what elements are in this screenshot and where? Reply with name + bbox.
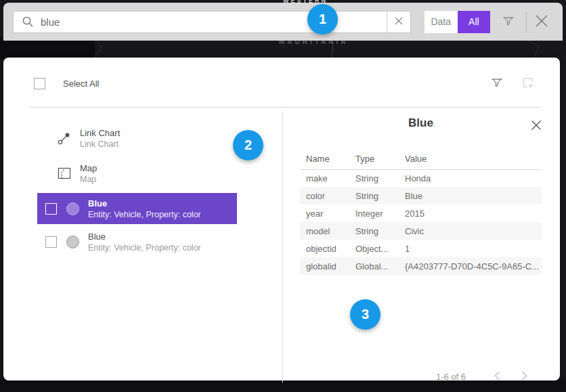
result-title: Blue	[88, 231, 201, 242]
next-page-button[interactable]	[516, 368, 532, 385]
result-item-blue-selected[interactable]: Blue Entity: Vehicle, Property: color	[37, 193, 237, 224]
search-icon	[22, 16, 34, 28]
attribute-row: year Integer 2015	[300, 204, 542, 222]
panel-body: Link Chart Link Chart Map Map	[3, 108, 560, 387]
result-subtitle: Link Chart	[80, 139, 120, 150]
column-header-value: Value	[399, 149, 542, 169]
attr-type: Global...	[349, 257, 399, 275]
attribute-table: Name Type Value make String Honda color	[300, 149, 542, 275]
filter-button[interactable]	[497, 10, 519, 33]
attribute-row: model String Civic	[300, 222, 542, 240]
attr-value: Civic	[399, 222, 542, 240]
callout-badge-2: 2	[233, 130, 263, 160]
clear-x-icon	[395, 17, 403, 27]
attribute-row: objectid Object... 1	[300, 240, 542, 257]
detail-panel: Blue Name Type	[283, 108, 560, 387]
close-x-icon	[531, 120, 542, 133]
result-item-map[interactable]: Map Map	[3, 156, 282, 191]
entity-circle-icon	[66, 202, 79, 215]
screenshot-root: WESTERN MAURITANIA Data All	[0, 0, 566, 392]
result-title: Link Chart	[80, 127, 120, 139]
attr-value: {A4203777-D70D-4C5C-9A65-C...	[399, 257, 542, 275]
attr-type: Integer	[349, 204, 399, 222]
filter-funnel-icon	[502, 14, 515, 30]
result-checkbox[interactable]	[45, 236, 57, 248]
scope-data-button[interactable]: Data	[424, 11, 458, 33]
panel-filter-button[interactable]	[485, 72, 508, 95]
callout-badge-1: 1	[307, 4, 338, 35]
attr-name: year	[300, 204, 349, 222]
attribute-row: color String Blue	[300, 187, 542, 204]
attr-type: String	[349, 187, 399, 204]
attribute-row: make String Honda	[300, 169, 542, 187]
close-search-button[interactable]	[531, 10, 553, 33]
close-x-icon	[535, 14, 548, 30]
select-all-label: Select All	[63, 79, 99, 89]
detail-title: Blue	[300, 116, 542, 130]
close-detail-button[interactable]	[528, 118, 544, 134]
attr-value: 2015	[399, 204, 542, 222]
map-icon	[56, 165, 74, 181]
attr-name: globalid	[300, 257, 349, 275]
column-header-type: Type	[349, 149, 399, 169]
select-all-checkbox[interactable]	[34, 78, 45, 89]
pagination: 1-6 of 6	[300, 368, 542, 385]
attribute-row: globalid Global... {A4203777-D70D-4C5C-9…	[300, 257, 542, 275]
result-title: Map	[80, 162, 97, 174]
attribute-header-row: Name Type Value	[300, 149, 542, 169]
entity-circle-icon	[66, 236, 79, 248]
scope-toggle: Data All	[424, 11, 490, 33]
panel-header: Select All	[3, 58, 560, 100]
attr-name: model	[300, 222, 349, 240]
scope-all-button[interactable]: All	[458, 11, 491, 33]
clear-search-button[interactable]	[387, 12, 410, 32]
attr-type: String	[349, 169, 399, 187]
column-header-name: Name	[300, 149, 349, 169]
result-title: Blue	[88, 198, 201, 209]
attr-value: 1	[399, 240, 542, 257]
result-subtitle: Entity: Vehicle, Property: color	[88, 209, 201, 220]
previous-page-button[interactable]	[489, 368, 505, 385]
attr-type: Object...	[349, 240, 399, 257]
attr-name: make	[300, 169, 349, 187]
attr-value: Blue	[399, 187, 542, 204]
link-chart-icon	[56, 130, 74, 146]
filter-funnel-icon	[490, 76, 504, 91]
result-subtitle: Map	[80, 174, 97, 185]
results-panel: Select All	[3, 58, 560, 380]
toolbar-divider	[526, 12, 527, 32]
page-range-label: 1-6 of 6	[436, 372, 466, 382]
box-plus-icon	[521, 76, 535, 91]
attr-value: Honda	[399, 169, 542, 187]
search-box	[13, 11, 411, 33]
attr-name: objectid	[300, 240, 349, 257]
search-toolbar: Data All	[3, 3, 563, 41]
chevron-right-icon	[521, 371, 527, 383]
chevron-left-icon	[494, 371, 500, 383]
result-item-blue[interactable]: Blue Entity: Vehicle, Property: color	[37, 226, 237, 257]
callout-badge-3: 3	[350, 299, 380, 330]
attr-type: String	[349, 222, 399, 240]
attr-name: color	[300, 187, 349, 204]
result-subtitle: Entity: Vehicle, Property: color	[88, 242, 201, 253]
result-checkbox[interactable]	[45, 203, 57, 215]
add-to-selection-button[interactable]	[517, 72, 540, 95]
